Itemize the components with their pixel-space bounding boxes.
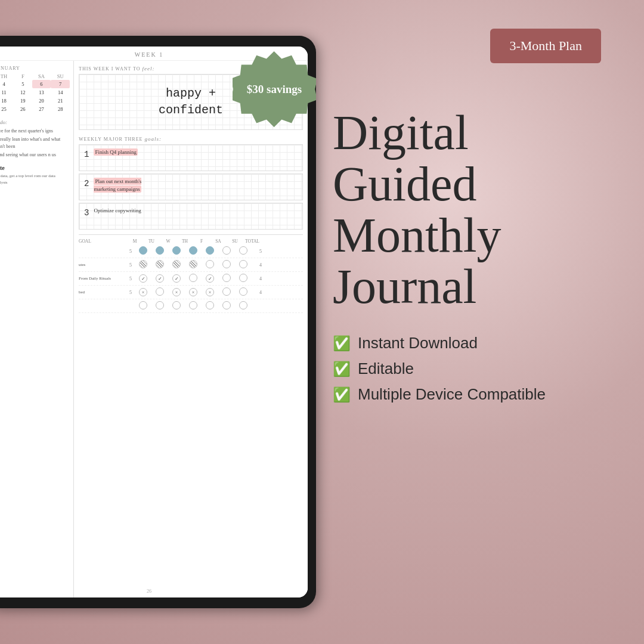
product-title-line2: Guided	[333, 157, 476, 211]
tracker-row-5	[79, 301, 303, 313]
feature-text-3: Multiple Device Compatible	[358, 385, 546, 404]
goal-text-1: Finish Q4 planning	[94, 148, 138, 156]
todo-item-3: g and seeing what our users n us	[0, 151, 70, 159]
habit-cell-4-f: ×	[202, 288, 218, 296]
tracker-row-1: 5 5	[79, 246, 303, 258]
habit-goal-1: 5	[126, 249, 135, 254]
habit-cell-3-tu: ✓	[151, 274, 168, 283]
plan-badge-label: 3-Month Plan	[509, 38, 582, 53]
habit-cell-1-tu	[151, 246, 168, 256]
feature-item-2: ✅ Editable	[333, 360, 613, 378]
habit-cell-2-w	[168, 260, 185, 270]
goals-label: WEEKLY MAJOR THREE goals:	[79, 136, 303, 142]
habit-cell-3-w: ✓	[168, 274, 185, 283]
tracker-col-w: W	[160, 239, 177, 244]
product-title-line3: Monthly	[333, 208, 501, 262]
habit-cell-2-tu	[151, 260, 168, 270]
habit-cell-4-su	[235, 287, 252, 297]
habit-cell-2-sa	[218, 260, 235, 270]
habit-total-1: 5	[252, 249, 270, 254]
habit-cell-4-m: ×	[135, 288, 151, 296]
habit-cell-3-f: ✓	[202, 274, 218, 283]
goal-item-1: 1 Finish Q4 planning	[79, 144, 303, 171]
habit-cell-1-f	[202, 246, 218, 256]
mini-calendar: JANUARY THFSASU 4567 11121314	[0, 66, 70, 113]
goal-item-2: 2 Plan out next month'smarketing campaig…	[79, 174, 303, 200]
tracker-col-f: F	[193, 239, 210, 244]
tracker-header: GOAL M TU W TH F SA SU TOTAL	[79, 239, 303, 244]
habit-total-4: 4	[252, 290, 270, 295]
habit-goal-2: 5	[126, 262, 135, 268]
habit-goal-3: 5	[126, 276, 135, 281]
habit-cell-3-su	[235, 274, 252, 283]
habit-cell-2-f	[202, 260, 218, 270]
todo-item-1: ative for the next quarter's igns	[0, 128, 70, 135]
feature-text-2: Editable	[358, 360, 414, 378]
tracker-col-goal: GOAL	[79, 239, 126, 244]
tracker-col-m: M	[126, 239, 143, 244]
habit-tracker: GOAL M TU W TH F SA SU TOTAL	[79, 234, 303, 313]
goal-number-1: 1	[84, 150, 89, 159]
savings-sticker: $30 savings	[233, 48, 316, 131]
habit-cell-2-m	[135, 260, 151, 270]
habit-cell-2-th	[185, 260, 202, 270]
goal-number-2: 2	[84, 179, 89, 188]
habit-cell-3-m: ✓	[135, 274, 151, 283]
plan-badge: 3-Month Plan	[490, 29, 601, 63]
check-icon-2: ✅	[333, 361, 351, 377]
journal-right: THIS WEEK I WANT TO feel: happy +confide…	[74, 61, 308, 597]
todo-item-2: ng really lean into what's and what hasn…	[0, 136, 70, 150]
tracker-col-th: TH	[177, 239, 193, 244]
savings-sticker-label: $30 savings	[247, 83, 302, 96]
gate-label: gate	[0, 165, 70, 171]
features-list: ✅ Instant Download ✅ Editable ✅ Multiple…	[333, 334, 613, 404]
check-icon-1: ✅	[333, 335, 351, 352]
tracker-col-total: TOTAL	[243, 239, 261, 244]
tracker-col-su: SU	[227, 239, 243, 244]
calendar-table: THFSASU 4567 11121314 18192021	[0, 73, 70, 113]
habit-cell-3-sa	[218, 274, 235, 283]
habit-cell-5-f	[202, 301, 218, 311]
month-label: JANUARY	[0, 66, 70, 71]
habit-cell-1-m	[135, 246, 151, 256]
product-title: Digital Guided Monthly Journal	[333, 107, 613, 312]
habit-cell-5-th	[185, 301, 202, 311]
week-label: WEEK 1	[135, 51, 163, 58]
habit-cell-1-su	[235, 246, 252, 256]
tracker-row-4: bed 5 × × × × 4	[79, 287, 303, 299]
habit-name-2: utes	[79, 262, 126, 267]
habit-cell-5-w	[168, 301, 185, 311]
journal-left: JANUARY THFSASU 4567 11121314	[0, 61, 74, 597]
gate-notes: mg data, get a top level rom our data an…	[0, 173, 70, 185]
habit-total-2: 4	[252, 262, 270, 268]
habit-cell-5-sa	[218, 301, 235, 311]
feature-item-1: ✅ Instant Download	[333, 334, 613, 352]
journal-main: JANUARY THFSASU 4567 11121314	[0, 61, 308, 597]
todo-section: to-do: ative for the next quarter's igns…	[0, 119, 70, 159]
product-title-line1: Digital	[333, 106, 469, 160]
check-icon-3: ✅	[333, 386, 351, 403]
gate-section: gate mg data, get a top level rom our da…	[0, 165, 70, 185]
habit-cell-1-th	[185, 246, 202, 256]
goal-number-3: 3	[84, 208, 89, 218]
goals-section: WEEKLY MAJOR THREE goals: 1 Finish Q4 pl…	[79, 136, 303, 230]
tracker-row-3: From Daily Rituals 5 ✓ ✓ ✓ ✓ 4	[79, 274, 303, 286]
habit-name-4: bed	[79, 290, 126, 295]
habit-cell-1-w	[168, 246, 185, 256]
habit-cell-4-sa	[218, 287, 235, 297]
habit-cell-2-su	[235, 260, 252, 270]
habit-name-3: From Daily Rituals	[79, 276, 126, 281]
habit-cell-4-tu	[151, 287, 168, 297]
habit-cell-5-m	[135, 301, 151, 311]
goal-text-3: Optimize copywriting	[94, 207, 141, 215]
tracker-col-tu: TU	[143, 239, 160, 244]
habit-cell-5-tu	[151, 301, 168, 311]
habit-cell-4-th: ×	[185, 288, 202, 296]
goal-text-2: Plan out next month'smarketing campaigns	[94, 178, 141, 193]
feature-text-1: Instant Download	[358, 334, 478, 352]
page-number: 26	[147, 589, 151, 594]
feature-item-3: ✅ Multiple Device Compatible	[333, 385, 613, 404]
habit-total-3: 4	[252, 276, 270, 281]
habit-cell-3-th	[185, 274, 202, 283]
tracker-row-2: utes 5 4	[79, 260, 303, 272]
